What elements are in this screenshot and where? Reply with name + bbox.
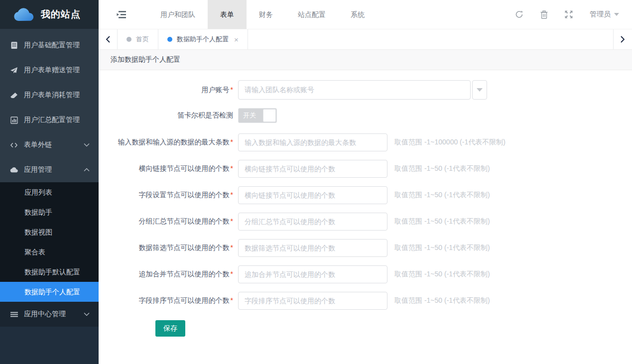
field-label: 数据筛选节点可以使用的个数* — [99, 243, 238, 252]
field-label: 笛卡尔积是否检测 — [99, 111, 238, 120]
app-management-submenu: 应用列表 数据助手 数据视图 聚合表 数据助手默认配置 数据助手个人配置 — [0, 182, 99, 302]
top-menu-forms[interactable]: 表单 — [208, 0, 247, 29]
field-label: 输入数据和输入源的数据的最大条数* — [99, 138, 238, 147]
sidebar-item-label: 用户汇总配置管理 — [24, 116, 80, 124]
field-sort-nodes-input[interactable] — [238, 292, 387, 310]
cartesian-check-toggle[interactable]: 开关 — [238, 108, 277, 123]
group-summary-nodes-input[interactable] — [238, 213, 387, 231]
building-icon — [10, 41, 18, 49]
append-merge-nodes-input[interactable] — [238, 265, 387, 283]
eraser-icon — [10, 92, 18, 99]
top-header: 用户和团队 表单 财务 站点配置 系统 管理员 — [99, 0, 632, 29]
code-link-icon — [10, 142, 18, 148]
select-dropdown-button[interactable] — [472, 80, 487, 100]
field-hint: 取值范围 -1~50 (-1代表不限制) — [394, 243, 490, 252]
form-row-data-filter-nodes: 数据筛选节点可以使用的个数* 取值范围 -1~50 (-1代表不限制) — [99, 239, 632, 257]
bar-chart-icon — [10, 117, 18, 124]
main-area: 用户和团队 表单 财务 站点配置 系统 管理员 — [99, 0, 632, 364]
submenu-item-app-list[interactable]: 应用列表 — [0, 182, 99, 202]
send-icon — [10, 67, 18, 74]
toggle-label: 开关 — [239, 111, 256, 120]
tab-home[interactable]: 首页 — [118, 29, 158, 49]
submenu-item-assistant-default-config[interactable]: 数据助手默认配置 — [0, 262, 99, 282]
tab-close-icon[interactable]: × — [234, 36, 239, 43]
sidebar-filler — [0, 327, 99, 364]
required-asterisk: * — [231, 86, 233, 94]
required-asterisk: * — [231, 270, 233, 278]
field-hint: 取值范围 -1~50 (-1代表不限制) — [394, 164, 490, 173]
sidebar-item-form-consume[interactable]: 用户表单消耗管理 — [0, 83, 99, 108]
sidebar-item-label: 应用中心管理 — [24, 310, 66, 319]
sidebar-item-form-links[interactable]: 表单外链 — [0, 132, 99, 157]
submenu-item-data-view[interactable]: 数据视图 — [0, 222, 99, 242]
form-row-field-sort-nodes: 字段排序节点可以使用的个数* 取值范围 -1~50 (-1代表不限制) — [99, 292, 632, 310]
field-hint: 取值范围 -1~50 (-1代表不限制) — [394, 270, 490, 279]
field-label: 用户账号* — [99, 86, 238, 95]
tab-dot-icon — [167, 37, 172, 42]
select-arrow-icon — [477, 88, 483, 92]
sidebar: 我的站点 用户基础配置管理 用户表单赠送管理 用户表单消耗管理 用户汇总配置管理 — [0, 0, 99, 364]
max-input-rows-input[interactable] — [238, 133, 387, 151]
field-label: 字段设置节点可以使用的个数* — [99, 191, 238, 200]
required-asterisk: * — [231, 296, 233, 304]
chevron-down-icon — [84, 143, 90, 147]
tab-label: 首页 — [136, 35, 149, 44]
field-hint: 取值范围 -1~50 (-1代表不限制) — [394, 296, 490, 305]
field-label: 字段排序节点可以使用的个数* — [99, 296, 238, 305]
required-asterisk: * — [231, 191, 233, 199]
top-menu-site-config[interactable]: 站点配置 — [285, 0, 338, 29]
refresh-icon[interactable] — [515, 10, 523, 18]
sidebar-item-summary-config[interactable]: 用户汇总配置管理 — [0, 108, 99, 132]
top-menu-users-teams[interactable]: 用户和团队 — [148, 0, 208, 29]
menu-fold-icon[interactable] — [117, 11, 126, 18]
field-hint: 取值范围 -1~100000 (-1代表不限制) — [394, 138, 506, 147]
tab-assistant-personal-config[interactable]: 数据助手个人配置 × — [158, 29, 248, 49]
chevron-up-icon — [84, 168, 90, 172]
sidebar-nav: 用户基础配置管理 用户表单赠送管理 用户表单消耗管理 用户汇总配置管理 表单外链 — [0, 29, 99, 182]
field-label: 横向链接节点可以使用的个数* — [99, 164, 238, 173]
user-name: 管理员 — [590, 10, 611, 19]
form-row-horizontal-link-nodes: 横向链接节点可以使用的个数* 取值范围 -1~50 (-1代表不限制) — [99, 160, 632, 178]
field-label: 分组汇总节点可以使用的个数* — [99, 217, 238, 226]
form-row-user-account: 用户账号* 请输入团队名称或账号 — [99, 80, 632, 100]
form-row-append-merge-nodes: 追加合并节点可以使用的个数* 取值范围 -1~50 (-1代表不限制) — [99, 265, 632, 283]
form-row-max-input-rows: 输入数据和输入源的数据的最大条数* 取值范围 -1~100000 (-1代表不限… — [99, 133, 632, 151]
page-title: 添加数据助手个人配置 — [99, 50, 632, 70]
field-label: 追加合并节点可以使用的个数* — [99, 270, 238, 279]
submenu-item-aggregate-table[interactable]: 聚合表 — [0, 242, 99, 262]
user-account-select[interactable]: 请输入团队名称或账号 — [238, 80, 471, 100]
sidebar-item-form-gift[interactable]: 用户表单赠送管理 — [0, 58, 99, 83]
sidebar-item-label: 用户表单消耗管理 — [24, 91, 80, 100]
submenu-item-assistant-personal-config[interactable]: 数据助手个人配置 — [0, 282, 99, 302]
select-placeholder: 请输入团队名称或账号 — [245, 86, 314, 95]
cloud-icon — [10, 167, 18, 173]
horizontal-link-nodes-input[interactable] — [238, 160, 387, 178]
form-row-group-summary-nodes: 分组汇总节点可以使用的个数* 取值范围 -1~50 (-1代表不限制) — [99, 213, 632, 231]
submenu-item-data-assistant[interactable]: 数据助手 — [0, 202, 99, 222]
chevron-down-icon — [84, 312, 90, 316]
topbar-actions: 管理员 — [515, 10, 632, 19]
tabs-scroll-left-icon[interactable] — [99, 29, 118, 49]
top-menu-system[interactable]: 系统 — [338, 0, 377, 29]
field-setting-nodes-input[interactable] — [238, 186, 387, 204]
sidebar-item-label: 应用管理 — [24, 165, 52, 174]
tab-label: 数据助手个人配置 — [177, 35, 229, 44]
data-filter-nodes-input[interactable] — [238, 239, 387, 257]
toggle-knob — [263, 109, 276, 122]
sidebar-item-user-base-config[interactable]: 用户基础配置管理 — [0, 33, 99, 58]
top-menu: 用户和团队 表单 财务 站点配置 系统 — [148, 0, 377, 29]
top-menu-finance[interactable]: 财务 — [247, 0, 285, 29]
save-button[interactable]: 保存 — [155, 320, 185, 337]
sidebar-item-app-center[interactable]: 应用中心管理 — [0, 302, 99, 327]
site-logo[interactable]: 我的站点 — [0, 0, 99, 29]
form-row-field-setting-nodes: 字段设置节点可以使用的个数* 取值范围 -1~50 (-1代表不限制) — [99, 186, 632, 204]
trash-icon[interactable] — [540, 10, 548, 19]
required-asterisk: * — [231, 217, 233, 225]
fullscreen-icon[interactable] — [565, 10, 573, 18]
sidebar-item-app-management[interactable]: 应用管理 — [0, 157, 99, 182]
tab-dot-icon — [126, 37, 131, 42]
user-menu[interactable]: 管理员 — [590, 10, 619, 19]
tabs-scroll-right-icon[interactable] — [613, 29, 632, 49]
sidebar-item-label: 用户基础配置管理 — [24, 41, 80, 50]
field-hint: 取值范围 -1~50 (-1代表不限制) — [394, 217, 490, 226]
